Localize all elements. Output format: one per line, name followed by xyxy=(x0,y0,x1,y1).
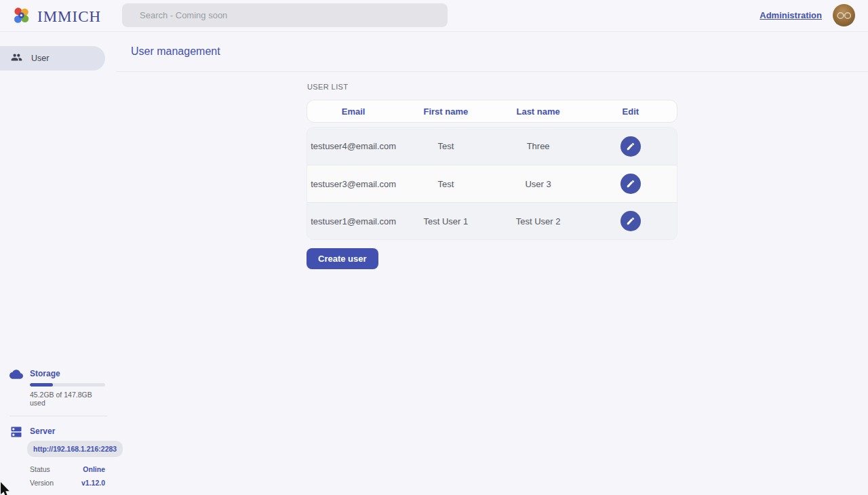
app-header: IMMICH Administration xyxy=(0,0,868,32)
sidebar-item-user-label: User xyxy=(31,54,49,63)
cell-first-name: Test User 1 xyxy=(399,216,492,226)
server-version-row: Version v1.12.0 xyxy=(30,479,105,487)
cell-first-name: Test xyxy=(399,141,492,151)
server-title: Server xyxy=(30,425,105,436)
sidebar-divider xyxy=(9,416,107,416)
column-header-email: Email xyxy=(307,106,399,117)
edit-user-button[interactable] xyxy=(620,211,641,231)
search-input[interactable] xyxy=(122,3,448,27)
cell-email: testuser1@email.com xyxy=(307,216,399,226)
storage-title: Storage xyxy=(30,368,105,378)
table-row: testuser1@email.com Test User 1 Test Use… xyxy=(307,202,677,239)
user-list-heading: USER LIST xyxy=(307,83,677,91)
create-user-button[interactable]: Create user xyxy=(307,248,378,269)
table-row: testuser4@email.com Test Three xyxy=(307,127,677,165)
sidebar-item-user[interactable]: User xyxy=(0,46,105,71)
immich-flower-icon xyxy=(11,5,31,28)
column-header-last-name: Last name xyxy=(492,106,585,117)
cell-email: testuser3@email.com xyxy=(307,179,399,189)
cell-email: testuser4@email.com xyxy=(307,141,399,151)
pencil-icon xyxy=(626,179,635,189)
user-avatar[interactable] xyxy=(833,4,855,26)
storage-usage-text: 45.2GB of 147.8GB used xyxy=(30,391,105,407)
storage-progress-fill xyxy=(30,383,53,387)
app-logo[interactable]: IMMICH xyxy=(11,5,101,28)
server-section: Server http://192.168.1.216:2283 Status … xyxy=(9,425,108,487)
status-value: Online xyxy=(83,465,105,473)
administration-link[interactable]: Administration xyxy=(760,10,822,20)
glasses-photo xyxy=(837,12,852,20)
status-label: Status xyxy=(30,465,50,473)
version-value: v1.12.0 xyxy=(81,479,105,487)
table-header-row: Email First name Last name Edit xyxy=(307,100,677,123)
user-table-body: testuser4@email.com Test Three testuser3… xyxy=(307,127,677,240)
cell-first-name: Test xyxy=(399,179,492,189)
pencil-icon xyxy=(626,216,635,226)
page-title: User management xyxy=(116,32,868,72)
server-icon xyxy=(9,425,23,487)
cell-last-name: Test User 2 xyxy=(492,216,585,226)
server-url-chip: http://192.168.1.216:2283 xyxy=(27,441,123,457)
main-content: User management USER LIST Email First na… xyxy=(116,32,868,495)
app-title: IMMICH xyxy=(37,8,101,26)
cell-last-name: User 3 xyxy=(492,179,585,189)
cell-last-name: Three xyxy=(492,141,585,151)
column-header-first-name: First name xyxy=(399,106,492,117)
edit-user-button[interactable] xyxy=(620,136,641,157)
table-row: testuser3@email.com Test User 3 xyxy=(307,165,677,202)
users-icon xyxy=(11,52,22,66)
storage-progress-bar xyxy=(30,383,105,387)
storage-section: Storage 45.2GB of 147.8GB used xyxy=(9,368,108,407)
sidebar: User Storage 45.2GB of 147.8GB used xyxy=(0,32,116,495)
edit-user-button[interactable] xyxy=(620,174,641,194)
pencil-icon xyxy=(626,142,635,151)
cloud-icon xyxy=(9,368,23,407)
column-header-edit: Edit xyxy=(585,106,677,117)
server-status-row: Status Online xyxy=(30,465,105,473)
version-label: Version xyxy=(30,479,54,487)
sidebar-footer: Storage 45.2GB of 147.8GB used Server xyxy=(9,368,108,487)
